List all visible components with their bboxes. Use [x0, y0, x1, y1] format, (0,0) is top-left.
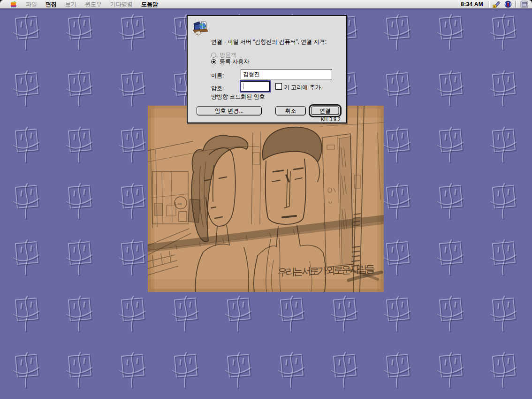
- finder-logo-emboss-icon: [437, 14, 464, 51]
- finder-logo-emboss-icon: [384, 296, 410, 332]
- finder-logo-emboss-icon: [278, 296, 304, 332]
- text-caret: [243, 83, 243, 89]
- finder-logo-emboss-icon: [490, 183, 517, 220]
- desktop: 우리는 서로가 외로운 사람들 Lan 연결: [0, 9, 532, 399]
- password-encryption-hint: 양방향 코드화된 암호: [211, 93, 265, 101]
- finder-logo-emboss-icon: [384, 70, 410, 107]
- menu-edit[interactable]: 편집: [41, 0, 61, 9]
- connect-default-button-ring: 연결: [309, 104, 342, 117]
- input-method-pencil-icon[interactable]: [493, 0, 501, 8]
- finder-logo-emboss-icon: [384, 183, 410, 220]
- finder-logo-emboss-icon: [384, 14, 410, 51]
- password-input[interactable]: [241, 81, 270, 92]
- picture-lan-scribble: Lan: [175, 201, 182, 206]
- finder-logo-emboss-icon: [66, 70, 92, 107]
- finder-logo-emboss-icon: [384, 127, 410, 163]
- menubar-divider: [488, 1, 490, 8]
- finder-logo-emboss-icon: [119, 127, 145, 163]
- finder-logo-emboss-icon: [66, 239, 92, 276]
- finder-logo-emboss-icon: [119, 239, 145, 276]
- finder-logo-emboss-icon: [437, 239, 464, 276]
- apple-menu[interactable]: [10, 1, 17, 8]
- finder-logo-emboss-icon: [490, 14, 517, 51]
- app-blue-circle-icon[interactable]: [504, 0, 512, 8]
- finder-logo-emboss-icon: [13, 183, 39, 220]
- finder-logo-emboss-icon: [490, 70, 517, 107]
- password-label: 암호:: [211, 84, 224, 92]
- finder-logo-emboss-icon: [437, 127, 464, 163]
- menu-view[interactable]: 보기: [61, 0, 81, 9]
- menu-window[interactable]: 윈도우: [81, 0, 106, 9]
- finder-logo-emboss-icon: [13, 296, 39, 332]
- change-password-button[interactable]: 암호 변경...: [197, 106, 262, 115]
- finder-logo-emboss-icon: [119, 70, 145, 107]
- radio-registered-label: 등록 사용자: [220, 58, 249, 66]
- radio-registered-circle[interactable]: [211, 59, 216, 64]
- cancel-button[interactable]: 취소: [275, 106, 306, 115]
- finder-logo-emboss-icon: [331, 352, 357, 389]
- finder-logo-emboss-icon: [66, 352, 92, 389]
- name-input[interactable]: [241, 69, 332, 79]
- version-label: KH-3.9.2: [321, 117, 341, 122]
- finder-logo-emboss-icon: [66, 183, 92, 220]
- finder-logo-emboss-icon: [331, 296, 357, 332]
- menubar-clock[interactable]: 8:34 AM: [461, 1, 483, 8]
- finder-logo-emboss-icon: [437, 352, 464, 389]
- finder-logo-emboss-icon: [66, 127, 92, 163]
- menu-bar: 파일 편집 보기 윈도우 기타명령 도움말 8:34 AM: [0, 0, 532, 9]
- finder-logo-emboss-icon: [13, 14, 39, 51]
- connect-button[interactable]: 연결: [311, 107, 339, 115]
- desktop-picture: 우리는 서로가 외로운 사람들 Lan: [148, 106, 384, 292]
- apple-logo-icon: [10, 1, 17, 8]
- finder-logo-emboss-icon: [66, 296, 92, 332]
- finder-logo-emboss-icon: [119, 183, 145, 220]
- finder-logo-emboss-icon: [225, 296, 251, 332]
- radio-registered-user[interactable]: 등록 사용자: [211, 59, 249, 65]
- menu-special[interactable]: 기타명령: [106, 0, 137, 9]
- finder-logo-emboss-icon: [490, 352, 517, 389]
- name-label: 이름:: [211, 72, 224, 80]
- radio-guest-circle[interactable]: [211, 53, 216, 58]
- connect-to-server-dialog: 연결 - 파일 서버 “김형진의 컴퓨터”, 연결 자격: 방문객 등록 사용자…: [187, 15, 347, 123]
- keychain-checkbox-label: 키 고리에 추가: [284, 84, 321, 92]
- finder-logo-emboss-icon: [13, 70, 39, 107]
- finder-logo-emboss-icon: [437, 296, 464, 332]
- finder-logo-emboss-icon: [437, 70, 464, 107]
- finder-logo-emboss-icon: [490, 239, 517, 276]
- finder-logo-emboss-icon: [384, 239, 410, 276]
- finder-logo-emboss-icon: [172, 352, 198, 389]
- finder-logo-emboss-icon: [384, 352, 410, 389]
- active-app-window-icon[interactable]: [520, 0, 528, 8]
- connect-file-server-icon: [192, 20, 208, 36]
- finder-logo-emboss-icon: [172, 296, 198, 332]
- finder-logo-emboss-icon: [13, 352, 39, 389]
- finder-logo-emboss-icon: [278, 352, 304, 389]
- finder-logo-emboss-icon: [119, 14, 145, 51]
- dialog-title: 연결 - 파일 서버 “김형진의 컴퓨터”, 연결 자격:: [211, 38, 342, 45]
- finder-logo-emboss-icon: [66, 14, 92, 51]
- keychain-checkbox[interactable]: [275, 83, 282, 90]
- menu-help[interactable]: 도움말: [137, 0, 162, 9]
- menu-file[interactable]: 파일: [22, 0, 41, 9]
- finder-logo-emboss-icon: [490, 127, 517, 163]
- finder-logo-emboss-icon: [225, 352, 251, 389]
- finder-logo-emboss-icon: [119, 352, 145, 389]
- finder-logo-emboss-icon: [13, 239, 39, 276]
- finder-logo-emboss-icon: [13, 127, 39, 163]
- finder-logo-emboss-icon: [490, 296, 517, 332]
- finder-logo-emboss-icon: [119, 296, 145, 332]
- menubar-divider: [515, 1, 517, 8]
- finder-logo-emboss-icon: [437, 183, 464, 220]
